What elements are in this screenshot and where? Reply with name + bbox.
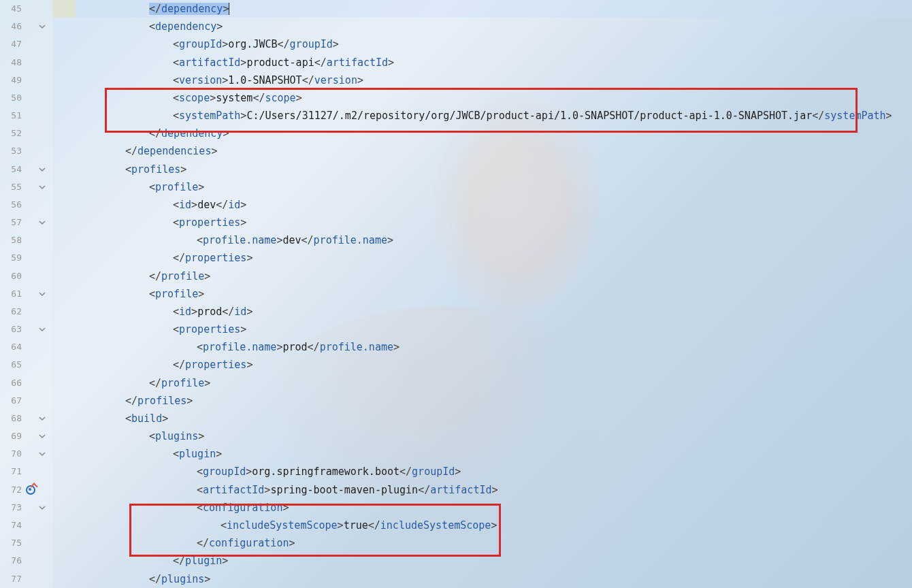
line-number[interactable]: 55 <box>0 178 25 196</box>
line-number[interactable]: 72 <box>0 481 25 499</box>
fold-marker[interactable] <box>36 570 48 588</box>
line-number[interactable]: 48 <box>0 54 25 71</box>
fold-marker[interactable] <box>36 552 48 570</box>
code-line[interactable]: <properties> <box>52 214 912 231</box>
line-number[interactable]: 67 <box>0 392 25 410</box>
fold-marker[interactable] <box>36 161 48 178</box>
code-line[interactable]: </profile> <box>52 374 912 392</box>
fold-marker[interactable] <box>36 338 48 356</box>
fold-marker[interactable] <box>36 54 48 71</box>
line-number[interactable]: 76 <box>0 552 25 570</box>
fold-marker[interactable] <box>36 249 48 267</box>
line-number[interactable]: 51 <box>0 107 25 125</box>
line-number[interactable]: 53 <box>0 142 25 160</box>
line-number[interactable]: 66 <box>0 374 25 392</box>
fold-marker[interactable] <box>36 178 48 196</box>
fold-marker[interactable] <box>36 410 48 427</box>
fold-marker[interactable] <box>36 267 48 285</box>
code-line[interactable]: </configuration> <box>52 534 912 552</box>
code-line[interactable]: <configuration> <box>52 499 912 517</box>
line-number[interactable]: 77 <box>0 570 25 588</box>
fold-marker[interactable] <box>36 125 48 142</box>
fold-marker[interactable] <box>36 517 48 534</box>
code-line[interactable]: </dependency> <box>52 125 912 142</box>
code-line[interactable]: <includeSystemScope>true</includeSystemS… <box>52 517 912 534</box>
fold-marker[interactable] <box>36 481 48 499</box>
code-line[interactable]: <id>dev</id> <box>52 196 912 214</box>
fold-marker[interactable] <box>36 499 48 517</box>
fold-marker[interactable] <box>36 427 48 445</box>
fold-marker[interactable] <box>36 35 48 53</box>
code-line[interactable]: <groupId>org.JWCB</groupId> <box>52 35 912 53</box>
code-line[interactable]: <groupId>org.springframework.boot</group… <box>52 463 912 480</box>
code-line[interactable]: <profile.name>prod</profile.name> <box>52 338 912 356</box>
fold-marker[interactable] <box>36 534 48 552</box>
code-line[interactable]: <version>1.0-SNAPSHOT</version> <box>52 71 912 89</box>
code-line[interactable]: </profiles> <box>52 392 912 410</box>
fold-marker[interactable] <box>36 463 48 480</box>
line-number[interactable]: 65 <box>0 356 25 374</box>
fold-marker[interactable] <box>36 303 48 321</box>
line-number[interactable]: 49 <box>0 71 25 89</box>
code-line[interactable]: <artifactId>spring-boot-maven-plugin</ar… <box>52 481 912 499</box>
line-number[interactable]: 71 <box>0 463 25 480</box>
fold-marker[interactable] <box>36 18 48 35</box>
code-line[interactable]: </dependency> <box>52 0 912 18</box>
fold-marker[interactable] <box>36 214 48 231</box>
line-number[interactable]: 62 <box>0 303 25 321</box>
fold-marker[interactable] <box>36 71 48 89</box>
fold-marker[interactable] <box>36 107 48 125</box>
code-line[interactable]: <id>prod</id> <box>52 303 912 321</box>
line-number[interactable]: 52 <box>0 125 25 142</box>
line-number[interactable]: 58 <box>0 231 25 249</box>
fold-marker[interactable] <box>36 0 48 18</box>
code-line[interactable]: <dependency> <box>52 18 912 35</box>
code-line[interactable]: </profile> <box>52 267 912 285</box>
line-number[interactable]: 75 <box>0 534 25 552</box>
code-line[interactable]: </dependencies> <box>52 142 912 160</box>
line-number[interactable]: 60 <box>0 267 25 285</box>
code-line[interactable]: <systemPath>C:/Users/31127/.m2/repositor… <box>52 107 912 125</box>
code-line[interactable]: </properties> <box>52 249 912 267</box>
code-line[interactable]: <profile> <box>52 178 912 196</box>
line-number[interactable]: 70 <box>0 445 25 463</box>
code-line[interactable]: <properties> <box>52 321 912 338</box>
line-number[interactable]: 45 <box>0 0 25 18</box>
code-line[interactable]: <profiles> <box>52 161 912 178</box>
code-line[interactable]: <plugin> <box>52 445 912 463</box>
code-line[interactable]: <artifactId>product-api</artifactId> <box>52 54 912 71</box>
fold-marker[interactable] <box>36 231 48 249</box>
fold-marker[interactable] <box>36 285 48 303</box>
line-number[interactable]: 63 <box>0 321 25 338</box>
line-number[interactable]: 59 <box>0 249 25 267</box>
line-number[interactable]: 61 <box>0 285 25 303</box>
line-number[interactable]: 69 <box>0 427 25 445</box>
fold-marker[interactable] <box>36 392 48 410</box>
code-line[interactable]: <plugins> <box>52 427 912 445</box>
fold-marker[interactable] <box>36 196 48 214</box>
line-number[interactable]: 54 <box>0 161 25 178</box>
fold-marker[interactable] <box>36 89 48 107</box>
line-number[interactable]: 57 <box>0 214 25 231</box>
line-number[interactable]: 50 <box>0 89 25 107</box>
run-target-icon[interactable] <box>26 485 35 495</box>
code-line[interactable]: </plugin> <box>52 552 912 570</box>
code-area[interactable]: </dependency><dependency><groupId>org.JW… <box>52 0 912 588</box>
line-number[interactable]: 46 <box>0 18 25 35</box>
code-line[interactable]: <build> <box>52 410 912 427</box>
line-number[interactable]: 68 <box>0 410 25 427</box>
code-line[interactable]: </properties> <box>52 356 912 374</box>
line-number[interactable]: 47 <box>0 35 25 53</box>
code-line[interactable]: <profile> <box>52 285 912 303</box>
fold-marker[interactable] <box>36 445 48 463</box>
code-line[interactable]: </plugins> <box>52 570 912 588</box>
fold-marker[interactable] <box>36 374 48 392</box>
line-number[interactable]: 74 <box>0 517 25 534</box>
code-line[interactable]: <scope>system</scope> <box>52 89 912 107</box>
fold-marker[interactable] <box>36 321 48 338</box>
fold-marker[interactable] <box>36 142 48 160</box>
line-number[interactable]: 73 <box>0 499 25 517</box>
fold-marker[interactable] <box>36 356 48 374</box>
line-number[interactable]: 56 <box>0 196 25 214</box>
line-number[interactable]: 64 <box>0 338 25 356</box>
